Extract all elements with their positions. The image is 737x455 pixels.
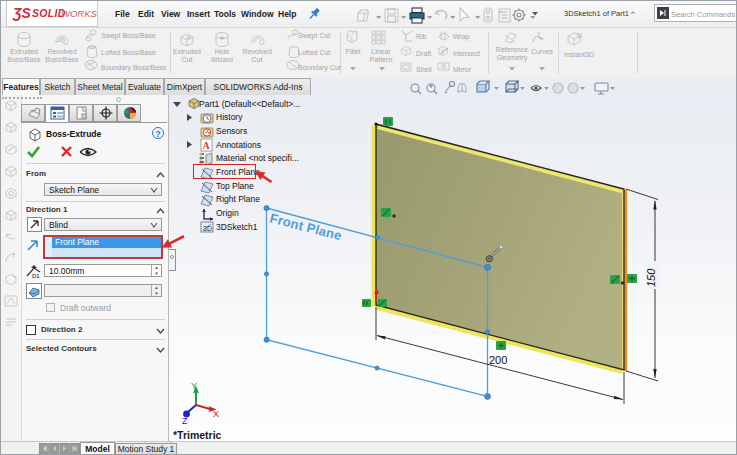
svg-text:D1: D1 — [32, 273, 40, 279]
svg-text:X: X — [213, 409, 219, 419]
svg-text:A: A — [203, 140, 211, 151]
svg-text:Y: Y — [191, 381, 197, 391]
svg-text:*Trimetric: *Trimetric — [173, 429, 222, 441]
svg-text:150: 150 — [645, 268, 657, 287]
svg-text:WORKS: WORKS — [61, 8, 98, 19]
svg-text:3D: 3D — [203, 225, 212, 232]
svg-text:200: 200 — [489, 354, 507, 366]
svg-text:Z: Z — [182, 417, 188, 427]
svg-text:ƷS: ƷS — [12, 5, 32, 21]
